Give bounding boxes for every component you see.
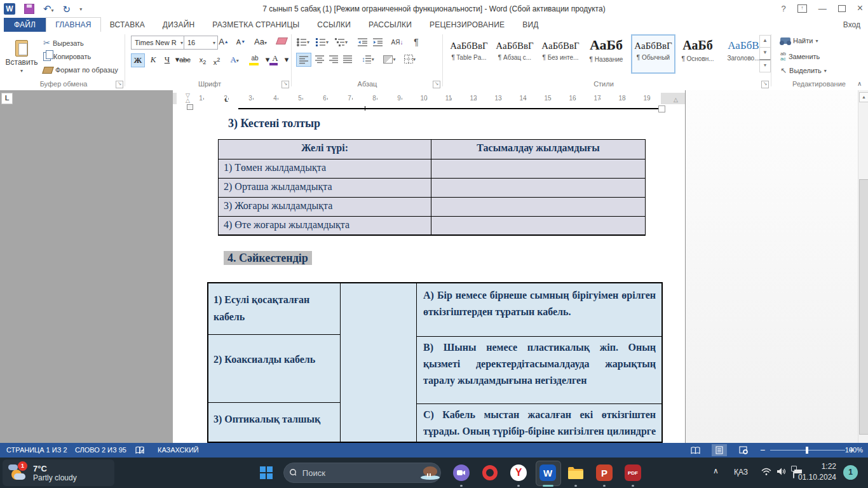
table2-right-cell[interactable]: В) Шыны немесе пластикалық жіп. Оның қыз… (423, 339, 656, 389)
table1-header-cell[interactable]: Желі түрі: (219, 142, 431, 154)
tab-insert[interactable]: ВСТАВКА (101, 18, 154, 32)
notification-badge[interactable]: 1 (843, 465, 858, 480)
collapse-ribbon-button[interactable]: ∧ (857, 80, 862, 87)
pdf-app-icon[interactable]: PDF (623, 463, 643, 483)
weather-widget[interactable]: 1 7°C Partly cloudy (3, 459, 114, 486)
opera-browser-icon[interactable] (480, 463, 500, 483)
clipboard-dialog-launcher[interactable]: ↘ (116, 81, 123, 88)
styles-gallery-expand-button[interactable]: ▾ (759, 59, 771, 72)
file-explorer-icon[interactable] (566, 463, 586, 483)
start-button[interactable] (257, 463, 276, 482)
table2-left-cell[interactable]: 3) Оптикалық талшық (214, 410, 328, 428)
cut-button[interactable]: ✂ Вырезать (43, 38, 84, 48)
paste-dropdown-arrow[interactable]: ▾ (20, 68, 23, 74)
align-right-button[interactable] (327, 53, 341, 65)
customize-qat-button[interactable]: ▾ (79, 6, 82, 12)
table1-header-cell[interactable]: Тасымалдау жылдамдығы (431, 142, 645, 154)
table1-row-cell[interactable]: 3) Жоғары жылдамдықта (224, 200, 332, 212)
right-indent-marker[interactable]: △ (674, 97, 678, 103)
change-case-button[interactable]: Аа▾ (254, 36, 267, 48)
sort-button[interactable]: АЯ↓ (390, 36, 404, 48)
table1-row-cell[interactable]: 1) Төмен жылдамдықта (224, 162, 326, 173)
style-heading[interactable]: АаБбВ Заголово... (722, 36, 764, 71)
numbering-button[interactable]: ▾ (315, 36, 329, 48)
shading-button[interactable]: ▾ (381, 53, 398, 65)
table2-left-cell[interactable]: 1) Есулі қосақталған кабель (214, 291, 328, 325)
zoom-out-button[interactable]: − (760, 443, 765, 458)
format-painter-button[interactable]: Формат по образцу (43, 66, 118, 74)
font-size-dropdown-arrow[interactable]: ▾ (213, 40, 215, 46)
video-call-app-icon[interactable] (451, 463, 471, 483)
help-button[interactable]: ? (781, 4, 785, 13)
print-layout-button[interactable] (712, 444, 727, 456)
word-taskbar-icon[interactable]: W (538, 463, 558, 483)
copy-button[interactable]: Копировать (43, 52, 91, 61)
italic-button[interactable]: К (147, 53, 159, 66)
bullets-button[interactable]: ▾ (296, 36, 310, 48)
subscript-button[interactable]: x2 (197, 53, 208, 66)
tab-mailings[interactable]: РАССЫЛКИ (360, 18, 421, 32)
grow-font-button[interactable]: А▲ (218, 36, 229, 48)
tab-design[interactable]: ДИЗАЙН (154, 18, 204, 32)
zoom-slider-thumb[interactable] (806, 447, 808, 454)
redo-button[interactable]: ↻ (63, 4, 71, 14)
clear-formatting-button[interactable] (276, 36, 287, 48)
tab-references[interactable]: ССЫЛКИ (308, 18, 360, 32)
sign-in-link[interactable]: Вход (843, 20, 860, 29)
table2-right-cell[interactable]: А) Бір немесе бірнеше сымның бірігуімен … (423, 287, 656, 320)
table1-row-cell[interactable]: 4) Өте жоғары жылдамдықта (224, 219, 349, 231)
volume-icon[interactable] (776, 467, 787, 478)
style-no-spacing[interactable]: АаБбВвГ ¶ Без инте... (539, 36, 581, 71)
multilevel-list-button[interactable]: ▾ (334, 36, 348, 48)
hanging-indent-marker[interactable]: △ (186, 98, 190, 104)
close-button[interactable]: × (857, 3, 863, 14)
left-indent-box-marker[interactable] (187, 104, 193, 110)
text-effects-button[interactable]: А▾ (229, 53, 240, 66)
superscript-button[interactable]: x2 (211, 53, 222, 66)
web-layout-button[interactable] (736, 444, 751, 456)
restore-button[interactable] (838, 5, 846, 12)
align-center-button[interactable] (313, 53, 327, 65)
show-marks-button[interactable]: ¶ (409, 36, 423, 48)
word-count[interactable]: СЛОВО 2 ИЗ 95 (75, 443, 126, 458)
table2-left-cell[interactable]: 2) Коаксиалды кабель (214, 351, 328, 368)
vertical-scrollbar[interactable]: ▲ (858, 90, 868, 443)
borders-button[interactable]: ▾ (402, 53, 418, 65)
tab-page-layout[interactable]: РАЗМЕТКА СТРАНИЦЫ (203, 18, 308, 32)
font-size-input[interactable] (186, 38, 213, 47)
minimize-button[interactable]: — (818, 4, 827, 13)
table2-right-cell[interactable]: С) Кабель мыстан жасалған екі өткізгіште… (423, 407, 656, 443)
tab-home[interactable]: ГЛАВНАЯ (46, 17, 100, 32)
decrease-indent-button[interactable] (356, 36, 370, 48)
font-family-dropdown-arrow[interactable]: ▾ (180, 40, 183, 46)
search-input[interactable] (301, 468, 416, 478)
language-indicator[interactable]: КАЗАХСКИЙ (158, 443, 199, 458)
wifi-icon[interactable] (761, 467, 772, 478)
powerpoint-icon[interactable]: P (594, 463, 614, 483)
zoom-level[interactable]: 100% (845, 443, 863, 458)
font-color-button[interactable]: А (269, 52, 281, 65)
page-indicator[interactable]: СТРАНИЦА 1 ИЗ 2 (6, 443, 67, 458)
font-size-box[interactable]: ▾ (184, 36, 218, 50)
font-family-input[interactable] (133, 38, 178, 47)
tab-file[interactable]: ФАЙЛ (4, 18, 46, 32)
tray-chevron-up[interactable]: ∧ (713, 466, 719, 475)
line-spacing-button[interactable]: ↕ ▾ (360, 53, 376, 65)
align-left-button[interactable] (296, 53, 311, 67)
scroll-up-arrow[interactable]: ▲ (859, 92, 868, 102)
undo-button[interactable]: ↶▾ (43, 4, 54, 14)
find-button[interactable]: Найти▾ (780, 37, 818, 44)
taskbar-search[interactable] (283, 463, 441, 483)
shrink-font-button[interactable]: А▼ (235, 36, 247, 48)
paragraph-dialog-launcher[interactable]: ↘ (433, 81, 440, 88)
strikethrough-button[interactable]: abc (179, 53, 191, 66)
table-resize-handle[interactable] (658, 105, 665, 112)
tab-review[interactable]: РЕЦЕНЗИРОВАНИЕ (421, 18, 513, 32)
table1[interactable]: Желі түрі: Тасымалдау жылдамдығы 1) Төме… (218, 139, 646, 236)
highlight-color-button[interactable]: ab (249, 52, 261, 65)
tab-selector[interactable]: L (1, 93, 13, 104)
language-switcher[interactable]: ҚАЗ (734, 468, 748, 477)
horizontal-ruler[interactable]: 1 2 3 4 5 6 7 8 9 10 11 12 13 14 15 16 1… (173, 93, 685, 104)
bold-button[interactable]: Ж (131, 53, 145, 67)
battery-icon[interactable] (793, 469, 794, 478)
